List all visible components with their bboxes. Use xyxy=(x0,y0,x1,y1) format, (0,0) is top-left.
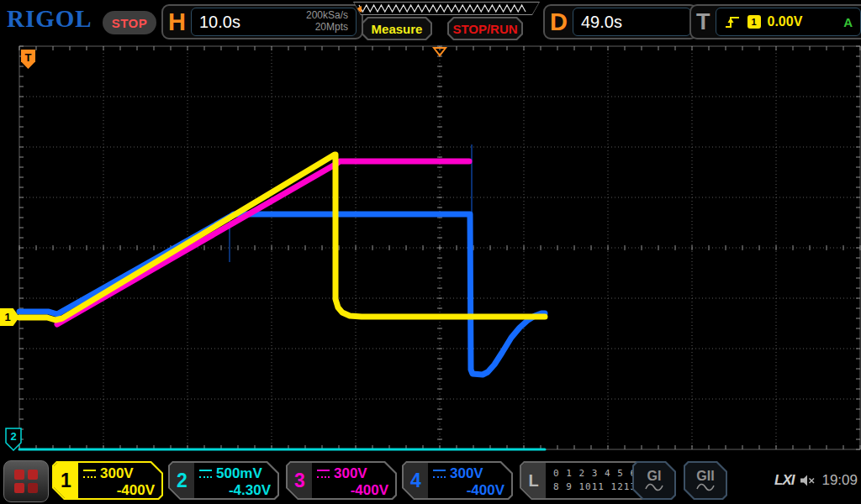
dc-coupling-icon xyxy=(317,470,330,478)
measure-button[interactable]: Measure xyxy=(362,17,432,40)
trigger-source-chip: 1 xyxy=(747,15,761,29)
channel3-number: 3 xyxy=(288,463,312,498)
trigger-level-value: 0.00V xyxy=(768,14,803,29)
sine-wave-icon xyxy=(696,483,715,491)
rising-edge-icon xyxy=(724,14,741,29)
sound-muted-icon xyxy=(800,474,816,487)
rigol-logo: RIGOL xyxy=(7,5,92,33)
source2-button[interactable]: GII xyxy=(684,461,727,500)
trigger-label: T xyxy=(696,11,710,34)
delay-value: 49.0s xyxy=(581,13,622,32)
horizontal-label: H xyxy=(168,10,186,34)
channel3-box[interactable]: 3 300V -400V xyxy=(286,461,397,500)
delay-panel[interactable]: D 49.0s xyxy=(543,4,698,39)
logic-label: L xyxy=(521,463,546,498)
source1-button[interactable]: GI xyxy=(632,461,676,500)
dc-coupling-icon xyxy=(83,470,96,478)
acquisition-info: 200kSa/s 20Mpts xyxy=(306,10,348,34)
channel1-number: 1 xyxy=(54,463,78,498)
trigger-panel[interactable]: T 1 0.00V A xyxy=(689,4,861,39)
horizontal-position-marker-icon[interactable] xyxy=(432,46,447,57)
channel4-offset: -400V xyxy=(433,482,504,501)
channel3-scale: 300V xyxy=(334,465,367,482)
lxi-logo: LXI xyxy=(774,472,794,489)
channel1-scale: 300V xyxy=(100,465,134,482)
svg-text:2: 2 xyxy=(10,430,16,443)
dc-coupling-icon xyxy=(433,470,446,478)
ch2-ground-marker[interactable]: 2 xyxy=(4,428,23,452)
delay-label: D xyxy=(550,10,568,34)
channel1-offset: -400V xyxy=(83,482,155,501)
menu-button[interactable] xyxy=(3,460,49,502)
trigger-sweep-mode: A xyxy=(843,15,853,29)
channel2-offset: -4.30V xyxy=(199,482,271,501)
status-right-group: LXI 19:09 xyxy=(740,467,858,494)
channel2-scale: 500mV xyxy=(216,465,262,482)
channel4-box[interactable]: 4 300V -400V xyxy=(402,461,513,500)
channel4-number: 4 xyxy=(404,463,428,498)
clock: 19:09 xyxy=(821,472,858,489)
memory-waveform-icon xyxy=(354,3,534,14)
graticule-and-traces xyxy=(0,0,861,504)
dc-coupling-icon xyxy=(199,470,212,478)
stop-run-button[interactable]: STOP/RUN xyxy=(447,17,523,40)
channel3-offset: -400V xyxy=(317,482,388,501)
waveform-display: T 1 2 xyxy=(0,0,861,504)
timebase-value: 10.0s xyxy=(199,13,240,32)
channel1-box[interactable]: 1 300V -400V xyxy=(52,461,163,500)
run-state-badge: STOP xyxy=(103,11,156,34)
top-status-bar: RIGOL STOP H 10.0s 200kSa/s 20Mpts Measu… xyxy=(0,0,861,45)
channel2-box[interactable]: 2 500mV -4.30V xyxy=(168,461,279,500)
horizontal-panel[interactable]: H 10.0s 200kSa/s 20Mpts xyxy=(161,4,363,39)
channel4-scale: 300V xyxy=(450,465,483,482)
sine-wave-icon xyxy=(645,483,663,491)
channel2-number: 2 xyxy=(170,463,194,498)
bottom-status-bar: 1 300V -400V 2 500mV -4.30V 3 300V -40 xyxy=(0,457,861,504)
memory-waveform-strip[interactable] xyxy=(353,2,540,15)
